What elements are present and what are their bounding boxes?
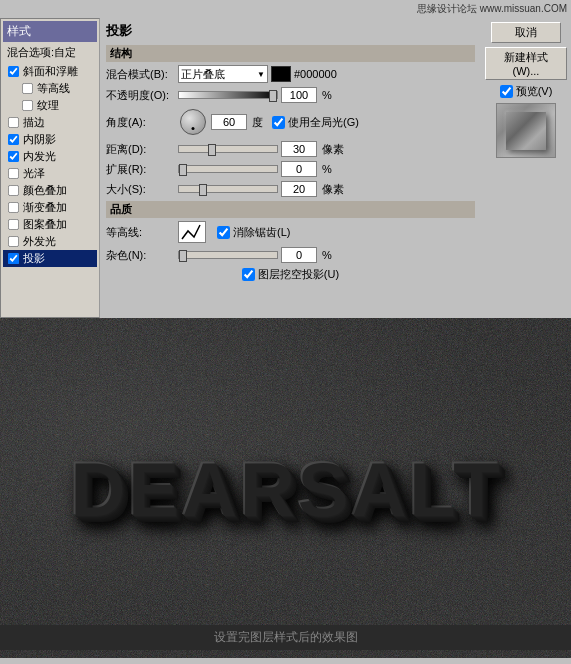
- distance-label: 距离(D):: [106, 142, 178, 157]
- opacity-input[interactable]: [281, 87, 317, 103]
- contour-control: 消除锯齿(L): [178, 221, 290, 243]
- size-slider-container: [178, 185, 278, 193]
- sidebar-item-stroke[interactable]: 描边: [3, 114, 97, 131]
- distance-slider-container: [178, 145, 278, 153]
- noise-input[interactable]: [281, 247, 317, 263]
- angle-dial-container: [178, 107, 208, 137]
- anti-alias-checkbox[interactable]: [217, 226, 230, 239]
- size-thumb[interactable]: [199, 184, 207, 196]
- opacity-thumb[interactable]: [269, 90, 277, 102]
- noise-slider[interactable]: [178, 251, 278, 259]
- angle-input[interactable]: [211, 114, 247, 130]
- color-overlay-checkbox[interactable]: [8, 185, 19, 196]
- spread-unit: %: [322, 163, 332, 175]
- outer-glow-label: 外发光: [23, 234, 56, 249]
- sidebar-item-inner-shadow[interactable]: 内阴影: [3, 131, 97, 148]
- texture-checkbox[interactable]: [22, 100, 33, 111]
- blend-mode-control: 正片叠底 ▼ #000000: [178, 65, 337, 83]
- spread-input[interactable]: [281, 161, 317, 177]
- texture-label: 纹理: [37, 98, 59, 113]
- blend-mode-row: 混合模式(B): 正片叠底 ▼ #000000: [106, 65, 475, 83]
- noise-slider-container: [178, 251, 278, 259]
- shadow-color-swatch[interactable]: [271, 66, 291, 82]
- bevel-checkbox[interactable]: [8, 66, 19, 77]
- pattern-overlay-label: 图案叠加: [23, 217, 67, 232]
- spread-thumb[interactable]: [179, 164, 187, 176]
- inner-glow-label: 内发光: [23, 149, 56, 164]
- sidebar-item-gradient-overlay[interactable]: 渐变叠加: [3, 199, 97, 216]
- gradient-overlay-checkbox[interactable]: [8, 202, 19, 213]
- blend-mode-arrow: ▼: [257, 70, 265, 79]
- quality-label: 品质: [106, 201, 475, 218]
- global-light-checkbox[interactable]: [272, 116, 285, 129]
- contour-checkbox[interactable]: [22, 83, 33, 94]
- inner-shadow-label: 内阴影: [23, 132, 56, 147]
- sidebar-item-satin[interactable]: 光泽: [3, 165, 97, 182]
- noise-label: 杂色(N):: [106, 248, 178, 263]
- noise-control: %: [178, 247, 332, 263]
- preview-checkbox[interactable]: [500, 85, 513, 98]
- opacity-label: 不透明度(O):: [106, 88, 178, 103]
- distance-unit: 像素: [322, 142, 344, 157]
- satin-checkbox[interactable]: [8, 168, 19, 179]
- distance-control: 像素: [178, 141, 344, 157]
- opacity-control: %: [178, 87, 332, 103]
- blend-mode-dropdown[interactable]: 正片叠底 ▼: [178, 65, 268, 83]
- size-control: 像素: [178, 181, 344, 197]
- knockout-row: 图层挖空投影(U): [106, 267, 475, 282]
- spread-control: %: [178, 161, 332, 177]
- sidebar-item-color-overlay[interactable]: 颜色叠加: [3, 182, 97, 199]
- color-overlay-label: 颜色叠加: [23, 183, 67, 198]
- knockout-checkbox[interactable]: [242, 268, 255, 281]
- contour-svg: [180, 223, 204, 241]
- angle-row: 角度(A): 度 使用全局光(G): [106, 107, 475, 137]
- outer-glow-checkbox[interactable]: [8, 236, 19, 247]
- opacity-slider[interactable]: [178, 91, 278, 99]
- sidebar-item-contour[interactable]: 等高线: [19, 80, 97, 97]
- contour-label: 等高线: [37, 81, 70, 96]
- noise-thumb[interactable]: [179, 250, 187, 262]
- distance-input[interactable]: [281, 141, 317, 157]
- sidebar-item-pattern-overlay[interactable]: 图案叠加: [3, 216, 97, 233]
- angle-label: 角度(A):: [106, 115, 178, 130]
- sidebar-title: 样式: [3, 21, 97, 42]
- structure-label: 结构: [106, 45, 475, 62]
- section-title: 投影: [106, 22, 475, 40]
- pattern-overlay-checkbox[interactable]: [8, 219, 19, 230]
- angle-dial[interactable]: [180, 109, 206, 135]
- new-style-button[interactable]: 新建样式(W)...: [485, 47, 567, 80]
- sidebar-item-drop-shadow[interactable]: 投影: [3, 250, 97, 267]
- preview-inner-shape: [506, 112, 546, 150]
- opacity-slider-container: [178, 91, 278, 99]
- global-light-label: 使用全局光(G): [272, 115, 359, 130]
- right-panel: 取消 新建样式(W)... 预览(V): [481, 18, 571, 318]
- inner-glow-checkbox[interactable]: [8, 151, 19, 162]
- gradient-overlay-label: 渐变叠加: [23, 200, 67, 215]
- satin-label: 光泽: [23, 166, 45, 181]
- distance-thumb[interactable]: [208, 144, 216, 156]
- angle-control: 度 使用全局光(G): [178, 107, 359, 137]
- cancel-button[interactable]: 取消: [491, 22, 561, 43]
- size-row: 大小(S): 像素: [106, 181, 475, 197]
- opacity-unit: %: [322, 89, 332, 101]
- bottom-caption: 设置完图层样式后的效果图: [0, 625, 571, 650]
- stroke-checkbox[interactable]: [8, 117, 19, 128]
- distance-slider[interactable]: [178, 145, 278, 153]
- contour-label: 等高线:: [106, 225, 178, 240]
- sidebar-item-outer-glow[interactable]: 外发光: [3, 233, 97, 250]
- global-light-text: 使用全局光(G): [288, 115, 359, 130]
- sidebar-item-inner-glow[interactable]: 内发光: [3, 148, 97, 165]
- blend-mode-value: 正片叠底: [181, 67, 225, 82]
- sidebar-item-texture[interactable]: 纹理: [19, 97, 97, 114]
- drop-shadow-checkbox[interactable]: [8, 253, 19, 264]
- blend-mode-label: 混合模式(B):: [106, 67, 178, 82]
- angle-unit: 度: [252, 115, 263, 130]
- sidebar-item-bevel[interactable]: 斜面和浮雕: [3, 63, 97, 80]
- spread-slider[interactable]: [178, 165, 278, 173]
- bottom-image-area: DEARSALT 设置完图层样式后的效果图: [0, 318, 571, 658]
- size-slider[interactable]: [178, 185, 278, 193]
- inner-shadow-checkbox[interactable]: [8, 134, 19, 145]
- contour-preview[interactable]: [178, 221, 206, 243]
- sidebar-subtitle: 混合选项:自定: [3, 44, 97, 61]
- size-input[interactable]: [281, 181, 317, 197]
